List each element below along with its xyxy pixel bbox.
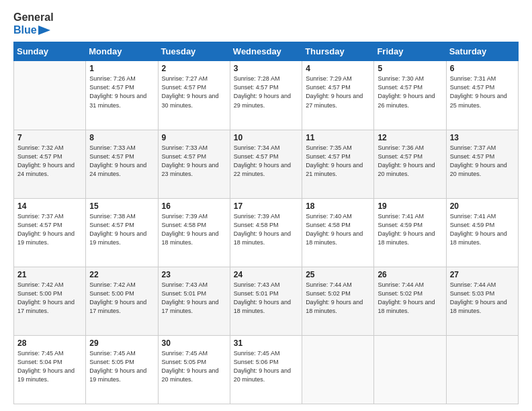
day-number: 12: [378, 133, 442, 142]
day-number: 26: [378, 270, 442, 279]
calendar-cell: 29Sunrise: 7:45 AMSunset: 5:05 PMDayligh…: [86, 335, 158, 404]
day-number: 4: [306, 64, 370, 73]
calendar-cell: 5Sunrise: 7:30 AMSunset: 4:57 PMDaylight…: [374, 61, 446, 130]
calendar: SundayMondayTuesdayWednesdayThursdayFrid…: [13, 42, 519, 404]
calendar-cell: 20Sunrise: 7:41 AMSunset: 4:59 PMDayligh…: [446, 198, 518, 267]
day-number: 19: [378, 201, 442, 211]
header-row: SundayMondayTuesdayWednesdayThursdayFrid…: [14, 42, 519, 61]
calendar-cell: 23Sunrise: 7:43 AMSunset: 5:01 PMDayligh…: [158, 267, 230, 335]
day-info: Sunrise: 7:45 AMSunset: 5:05 PMDaylight:…: [89, 349, 154, 384]
day-number: 10: [234, 133, 298, 142]
calendar-cell: [446, 335, 518, 404]
day-number: 6: [450, 64, 515, 73]
calendar-cell: 16Sunrise: 7:39 AMSunset: 4:58 PMDayligh…: [158, 198, 230, 267]
calendar-cell: 27Sunrise: 7:44 AMSunset: 5:03 PMDayligh…: [446, 267, 518, 335]
day-info: Sunrise: 7:40 AMSunset: 4:58 PMDaylight:…: [306, 212, 370, 247]
weekday-header: Thursday: [302, 42, 374, 61]
calendar-cell: 22Sunrise: 7:42 AMSunset: 5:00 PMDayligh…: [86, 267, 158, 335]
day-info: Sunrise: 7:43 AMSunset: 5:01 PMDaylight:…: [234, 281, 298, 316]
calendar-cell: [14, 61, 86, 130]
day-number: 28: [17, 338, 82, 348]
weekday-header: Sunday: [14, 42, 86, 61]
calendar-cell: 28Sunrise: 7:45 AMSunset: 5:04 PMDayligh…: [14, 335, 86, 404]
svg-marker-0: [38, 26, 50, 35]
calendar-cell: 1Sunrise: 7:26 AMSunset: 4:57 PMDaylight…: [86, 61, 158, 130]
day-number: 3: [234, 64, 298, 73]
calendar-cell: 21Sunrise: 7:42 AMSunset: 5:00 PMDayligh…: [14, 267, 86, 335]
day-info: Sunrise: 7:45 AMSunset: 5:05 PMDaylight:…: [162, 349, 226, 384]
calendar-table: SundayMondayTuesdayWednesdayThursdayFrid…: [13, 42, 519, 404]
day-info: Sunrise: 7:35 AMSunset: 4:57 PMDaylight:…: [306, 144, 370, 179]
day-info: Sunrise: 7:39 AMSunset: 4:58 PMDaylight:…: [234, 212, 298, 247]
calendar-cell: 25Sunrise: 7:44 AMSunset: 5:02 PMDayligh…: [302, 267, 374, 335]
weekday-header: Monday: [86, 42, 158, 61]
calendar-cell: 10Sunrise: 7:34 AMSunset: 4:57 PMDayligh…: [230, 130, 302, 198]
day-info: Sunrise: 7:45 AMSunset: 5:06 PMDaylight:…: [234, 349, 298, 384]
calendar-cell: [374, 335, 446, 404]
calendar-cell: 8Sunrise: 7:33 AMSunset: 4:57 PMDaylight…: [86, 130, 158, 198]
calendar-cell: 2Sunrise: 7:27 AMSunset: 4:57 PMDaylight…: [158, 61, 230, 130]
day-info: Sunrise: 7:44 AMSunset: 5:02 PMDaylight:…: [378, 281, 442, 316]
calendar-cell: 26Sunrise: 7:44 AMSunset: 5:02 PMDayligh…: [374, 267, 446, 335]
day-number: 11: [306, 133, 370, 142]
day-number: 31: [234, 338, 298, 348]
day-number: 27: [450, 270, 515, 279]
day-number: 15: [89, 201, 154, 211]
day-info: Sunrise: 7:31 AMSunset: 4:57 PMDaylight:…: [450, 75, 515, 109]
day-number: 23: [162, 270, 226, 279]
day-number: 24: [234, 270, 298, 279]
calendar-week: 21Sunrise: 7:42 AMSunset: 5:00 PMDayligh…: [14, 267, 519, 335]
day-number: 7: [17, 133, 82, 142]
calendar-cell: 31Sunrise: 7:45 AMSunset: 5:06 PMDayligh…: [230, 335, 302, 404]
day-number: 22: [89, 270, 154, 279]
calendar-cell: 12Sunrise: 7:36 AMSunset: 4:57 PMDayligh…: [374, 130, 446, 198]
header: General Blue: [13, 11, 519, 36]
logo: General Blue: [13, 11, 54, 36]
page: General Blue SundayMondayTuesdayWednesda…: [0, 0, 532, 411]
day-info: Sunrise: 7:37 AMSunset: 4:57 PMDaylight:…: [450, 144, 515, 179]
day-number: 1: [89, 64, 154, 73]
calendar-cell: 9Sunrise: 7:33 AMSunset: 4:57 PMDaylight…: [158, 130, 230, 198]
day-info: Sunrise: 7:33 AMSunset: 4:57 PMDaylight:…: [162, 144, 226, 179]
day-info: Sunrise: 7:28 AMSunset: 4:57 PMDaylight:…: [234, 75, 298, 109]
calendar-cell: 7Sunrise: 7:32 AMSunset: 4:57 PMDaylight…: [14, 130, 86, 198]
day-info: Sunrise: 7:42 AMSunset: 5:00 PMDaylight:…: [89, 281, 154, 316]
weekday-header: Tuesday: [158, 42, 230, 61]
day-info: Sunrise: 7:26 AMSunset: 4:57 PMDaylight:…: [89, 75, 154, 109]
calendar-cell: 18Sunrise: 7:40 AMSunset: 4:58 PMDayligh…: [302, 198, 374, 267]
calendar-cell: 4Sunrise: 7:29 AMSunset: 4:57 PMDaylight…: [302, 61, 374, 130]
day-info: Sunrise: 7:39 AMSunset: 4:58 PMDaylight:…: [162, 212, 226, 247]
weekday-header: Wednesday: [230, 42, 302, 61]
day-number: 13: [450, 133, 515, 142]
day-info: Sunrise: 7:36 AMSunset: 4:57 PMDaylight:…: [378, 144, 442, 179]
calendar-cell: 3Sunrise: 7:28 AMSunset: 4:57 PMDaylight…: [230, 61, 302, 130]
calendar-cell: 30Sunrise: 7:45 AMSunset: 5:05 PMDayligh…: [158, 335, 230, 404]
day-info: Sunrise: 7:44 AMSunset: 5:02 PMDaylight:…: [306, 281, 370, 316]
calendar-week: 1Sunrise: 7:26 AMSunset: 4:57 PMDaylight…: [14, 61, 519, 130]
calendar-cell: 19Sunrise: 7:41 AMSunset: 4:59 PMDayligh…: [374, 198, 446, 267]
day-info: Sunrise: 7:27 AMSunset: 4:57 PMDaylight:…: [162, 75, 226, 109]
day-info: Sunrise: 7:34 AMSunset: 4:57 PMDaylight:…: [234, 144, 298, 179]
weekday-header: Friday: [374, 42, 446, 61]
day-number: 20: [450, 201, 515, 211]
calendar-week: 14Sunrise: 7:37 AMSunset: 4:57 PMDayligh…: [14, 198, 519, 267]
day-number: 30: [162, 338, 226, 348]
calendar-cell: 17Sunrise: 7:39 AMSunset: 4:58 PMDayligh…: [230, 198, 302, 267]
day-info: Sunrise: 7:30 AMSunset: 4:57 PMDaylight:…: [378, 75, 442, 109]
day-info: Sunrise: 7:29 AMSunset: 4:57 PMDaylight:…: [306, 75, 370, 109]
day-info: Sunrise: 7:37 AMSunset: 4:57 PMDaylight:…: [17, 212, 82, 247]
day-number: 5: [378, 64, 442, 73]
calendar-cell: 6Sunrise: 7:31 AMSunset: 4:57 PMDaylight…: [446, 61, 518, 130]
weekday-header: Saturday: [446, 42, 518, 61]
logo-arrow-icon: [38, 26, 50, 35]
calendar-cell: [302, 335, 374, 404]
day-info: Sunrise: 7:38 AMSunset: 4:57 PMDaylight:…: [89, 212, 154, 247]
day-number: 21: [17, 270, 82, 279]
day-info: Sunrise: 7:33 AMSunset: 4:57 PMDaylight:…: [89, 144, 154, 179]
logo-text: General Blue: [13, 11, 54, 36]
calendar-cell: 15Sunrise: 7:38 AMSunset: 4:57 PMDayligh…: [86, 198, 158, 267]
day-number: 14: [17, 201, 82, 211]
calendar-cell: 13Sunrise: 7:37 AMSunset: 4:57 PMDayligh…: [446, 130, 518, 198]
day-number: 9: [162, 133, 226, 142]
day-number: 25: [306, 270, 370, 279]
